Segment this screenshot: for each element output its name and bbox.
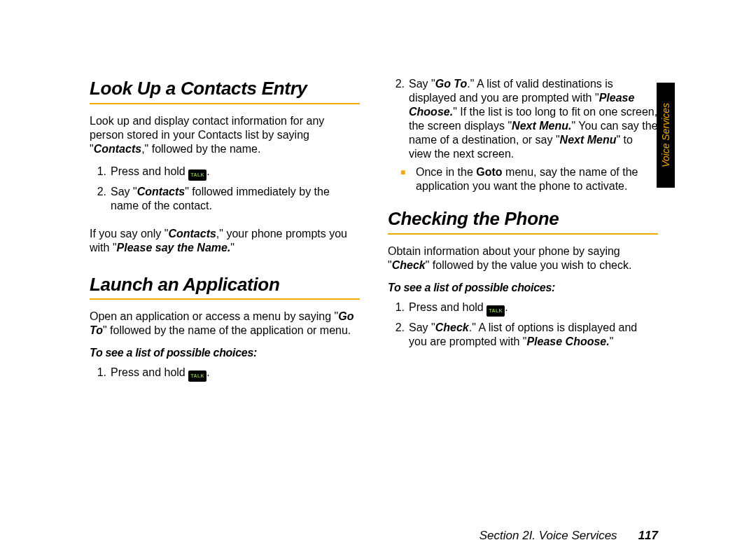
heading-rule — [90, 103, 360, 104]
subhead-choices: To see a list of possible choices: — [90, 346, 360, 360]
right-column: 2. Say "Go To." A list of valid destinat… — [388, 77, 658, 386]
bullet-icon: ■ — [388, 165, 416, 193]
step-1-check: 1. Press and hold TALK. — [388, 300, 658, 317]
para-launch-intro: Open an application or access a menu by … — [90, 310, 360, 338]
page-content: Look Up a Contacts Entry Look up and dis… — [90, 77, 658, 469]
heading-rule — [388, 233, 658, 235]
heading-lookup: Look Up a Contacts Entry — [90, 77, 360, 100]
para-lookup-note: If you say only "Contacts," your phone p… — [90, 227, 360, 255]
left-column: Look Up a Contacts Entry Look up and dis… — [90, 77, 360, 386]
page-footer: Section 2I. Voice Services117 — [479, 529, 658, 540]
subhead-choices-2: To see a list of possible choices: — [388, 281, 658, 295]
talk-key-icon: TALK — [486, 305, 505, 317]
step-2-goto: 2. Say "Go To." A list of valid destinat… — [388, 77, 658, 161]
side-tab: Voice Services — [657, 83, 675, 188]
para-lookup-intro: Look up and display contact information … — [90, 114, 360, 156]
step-2: 2. Say "Contacts" followed immediately b… — [90, 185, 360, 213]
heading-checking: Checking the Phone — [388, 207, 658, 230]
heading-launch: Launch an Application — [90, 273, 360, 296]
sub-bullet-goto: ■ Once in the Goto menu, say the name of… — [388, 165, 658, 193]
step-2-check: 2. Say "Check." A list of options is dis… — [388, 321, 658, 349]
talk-key-icon: TALK — [188, 169, 206, 181]
side-tab-label: Voice Services — [660, 103, 671, 167]
footer-section: Section 2I. Voice Services — [479, 529, 617, 540]
talk-key-icon: TALK — [188, 371, 206, 382]
step-1: 1. Press and hold TALK. — [90, 165, 360, 181]
footer-page-number: 117 — [638, 529, 658, 540]
para-check-intro: Obtain information about your phone by s… — [388, 244, 658, 272]
step-1b: 1. Press and hold TALK. — [90, 366, 360, 382]
heading-rule — [90, 298, 360, 300]
